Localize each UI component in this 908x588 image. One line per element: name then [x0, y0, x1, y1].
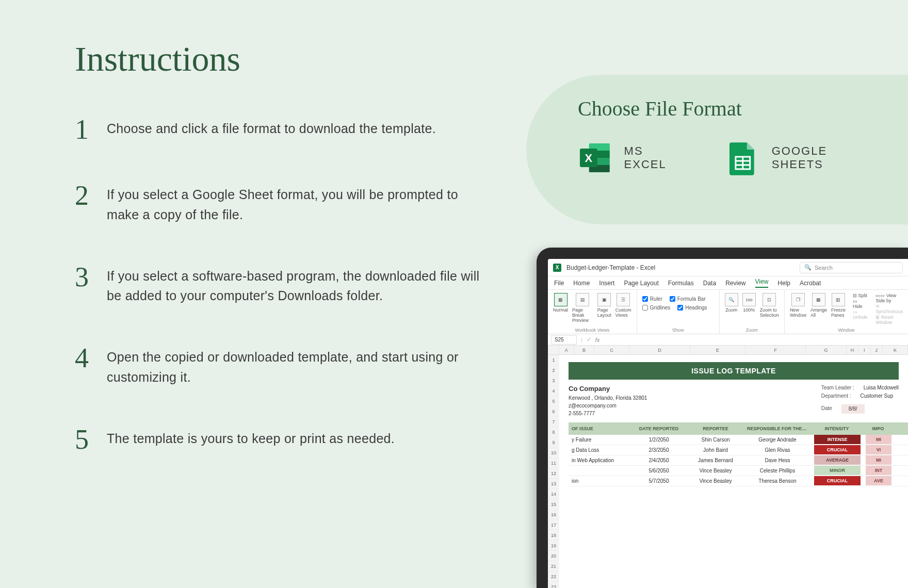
- split-button[interactable]: ⊟ Split: [853, 293, 868, 298]
- company-block: Co Company Kenwood , Orlando, Florida 32…: [569, 384, 899, 417]
- tab-acrobat[interactable]: Acrobat: [800, 280, 821, 287]
- step-text: If you select a software-based program, …: [107, 266, 482, 306]
- format-label: MS EXCEL: [624, 144, 690, 171]
- headings-checkbox[interactable]: Headings: [677, 305, 707, 311]
- format-label: GOOGLE SHEETS: [772, 144, 882, 171]
- step-text: Open the copied or downloaded template, …: [107, 347, 482, 387]
- table-row[interactable]: 5/6/2050Vince BeasleyCeleste PhillipsMIN…: [569, 466, 908, 476]
- search-box[interactable]: 🔍 Search: [800, 262, 903, 273]
- step-3: 3 If you select a software-based program…: [75, 266, 482, 306]
- tab-help[interactable]: Help: [777, 280, 790, 287]
- freeze-panes-button[interactable]: ▥Freeze Panes: [831, 293, 846, 318]
- ms-excel-option[interactable]: X MS EXCEL: [578, 140, 689, 175]
- fx-label: fx: [595, 337, 600, 343]
- step-text: Choose and click a file format to downlo…: [107, 119, 436, 139]
- google-sheets-option[interactable]: GOOGLE SHEETS: [725, 140, 882, 175]
- google-sheets-icon: [725, 140, 760, 175]
- page-break-preview-button[interactable]: ▤Page Break Preview: [572, 293, 593, 323]
- synchronous-scroll-button[interactable]: ⟲ Synchronous: [875, 304, 903, 314]
- table-row[interactable]: y Failure1/2/2050Shin CarsonGeorge Andra…: [569, 435, 908, 445]
- hide-button[interactable]: ▭ Hide: [853, 299, 868, 309]
- page-title: Instructions: [75, 39, 240, 79]
- table-row[interactable]: in Web Application2/4/2050James BernardD…: [569, 455, 908, 466]
- group-label: Show: [642, 328, 714, 333]
- search-icon: 🔍: [804, 264, 812, 271]
- spreadsheet-area[interactable]: A B C D E F G H I J K 123456789101112131…: [548, 346, 908, 588]
- tab-page-layout[interactable]: Page Layout: [624, 280, 658, 287]
- laptop-mockup: X Budget-Ledger-Template - Excel 🔍 Searc…: [516, 248, 908, 588]
- table-headers: OF ISSUE DATE REPORTED REPORTEE RESPONSI…: [569, 422, 908, 435]
- file-format-panel: Choose File Format X MS EXCEL: [526, 75, 908, 224]
- group-window: ❐New Window ▦Arrange All ▥Freeze Panes ⊟…: [785, 290, 908, 334]
- page-layout-button[interactable]: ▣Page Layout: [597, 293, 611, 318]
- view-side-by-side-button[interactable]: ▭▭ View Side by: [875, 293, 903, 303]
- column-headers: A B C D E F G H I J K: [548, 346, 908, 355]
- step-2: 2 If you select a Google Sheet format, y…: [75, 185, 482, 225]
- excel-screen: X Budget-Ledger-Template - Excel 🔍 Searc…: [548, 259, 908, 588]
- ruler-checkbox[interactable]: Ruler: [642, 296, 662, 302]
- arrange-all-button[interactable]: ▦Arrange All: [810, 293, 827, 318]
- data-table: OF ISSUE DATE REPORTED REPORTEE RESPONSI…: [569, 422, 908, 486]
- titlebar: X Budget-Ledger-Template - Excel 🔍 Searc…: [548, 259, 908, 276]
- sheet-content: ISSUE LOG TEMPLATE Co Company Kenwood , …: [559, 355, 908, 588]
- excel-app-icon: X: [553, 264, 561, 272]
- tab-insert[interactable]: Insert: [599, 280, 614, 287]
- tab-data[interactable]: Data: [703, 280, 716, 287]
- svg-text:X: X: [585, 152, 593, 165]
- zoom-button[interactable]: 🔍Zoom: [725, 293, 738, 313]
- group-label: Window: [790, 328, 903, 333]
- group-show: Ruler Formula Bar Gridlines Headings Sho…: [637, 290, 720, 334]
- table-row[interactable]: ion5/7/2050Vince BeasleyTheresa BensonCR…: [569, 476, 908, 486]
- company-address: Kenwood , Orlando, Florida 32801: [569, 394, 647, 402]
- reset-window-button[interactable]: ⊞ Reset Window: [875, 315, 903, 325]
- step-number: 3: [75, 263, 107, 291]
- step-5: 5 The template is yours to keep or print…: [75, 429, 482, 453]
- company-phone: 2-555-7777: [569, 410, 647, 417]
- step-number: 5: [75, 426, 107, 453]
- tab-view[interactable]: View: [755, 278, 769, 288]
- group-workbook-views: ▦Normal ▤Page Break Preview ▣Page Layout…: [548, 290, 637, 334]
- new-window-button[interactable]: ❐New Window: [790, 293, 806, 318]
- tab-review[interactable]: Review: [725, 280, 745, 287]
- search-placeholder: Search: [815, 265, 833, 271]
- tab-file[interactable]: File: [554, 280, 564, 287]
- instructions-list: 1 Choose and click a file format to down…: [75, 119, 482, 453]
- company-name: Co Company: [569, 384, 647, 394]
- group-zoom: 🔍Zoom 100100% ⊡Zoom to Selection Zoom: [720, 290, 785, 334]
- formula-bar: S25 | ✓ fx: [548, 334, 908, 346]
- template-banner: ISSUE LOG TEMPLATE: [569, 362, 899, 380]
- company-email: z@ecocompany.com: [569, 402, 647, 410]
- ribbon: ▦Normal ▤Page Break Preview ▣Page Layout…: [548, 290, 908, 334]
- tab-home[interactable]: Home: [573, 280, 590, 287]
- group-label: Workbook Views: [553, 328, 631, 333]
- unhide-button[interactable]: ▭ Unhide: [853, 309, 868, 320]
- formula-bar-checkbox[interactable]: Formula Bar: [670, 296, 706, 302]
- ribbon-tabs: File Home Insert Page Layout Formulas Da…: [548, 276, 908, 290]
- custom-views-button[interactable]: ☰Custom Views: [615, 293, 631, 318]
- zoom-selection-button[interactable]: ⊡Zoom to Selection: [760, 293, 779, 318]
- tab-formulas[interactable]: Formulas: [668, 280, 694, 287]
- step-1: 1 Choose and click a file format to down…: [75, 119, 482, 143]
- laptop-body: X Budget-Ledger-Template - Excel 🔍 Searc…: [537, 248, 908, 588]
- excel-icon: X: [578, 140, 613, 175]
- gridlines-checkbox[interactable]: Gridlines: [642, 305, 670, 311]
- table-row[interactable]: g Data Loss2/3/2050John BairdGlen RivasC…: [569, 445, 908, 455]
- step-text: If you select a Google Sheet format, you…: [107, 185, 482, 225]
- step-number: 2: [75, 182, 107, 209]
- zoom-100-button[interactable]: 100100%: [742, 293, 756, 313]
- document-title: Budget-Ledger-Template - Excel: [566, 264, 655, 271]
- name-box[interactable]: S25: [551, 335, 577, 345]
- format-title: Choose File Format: [578, 96, 882, 121]
- step-number: 4: [75, 344, 107, 372]
- step-text: The template is yours to keep or print a…: [107, 429, 395, 449]
- format-options: X MS EXCEL GOOGLE SHEETS: [578, 140, 882, 175]
- row-headers: 1234567891011121314151617181920212223242…: [548, 355, 559, 588]
- step-number: 1: [75, 116, 107, 143]
- group-label: Zoom: [725, 328, 779, 333]
- normal-view-button[interactable]: ▦Normal: [553, 293, 568, 313]
- step-4: 4 Open the copied or downloaded template…: [75, 347, 482, 387]
